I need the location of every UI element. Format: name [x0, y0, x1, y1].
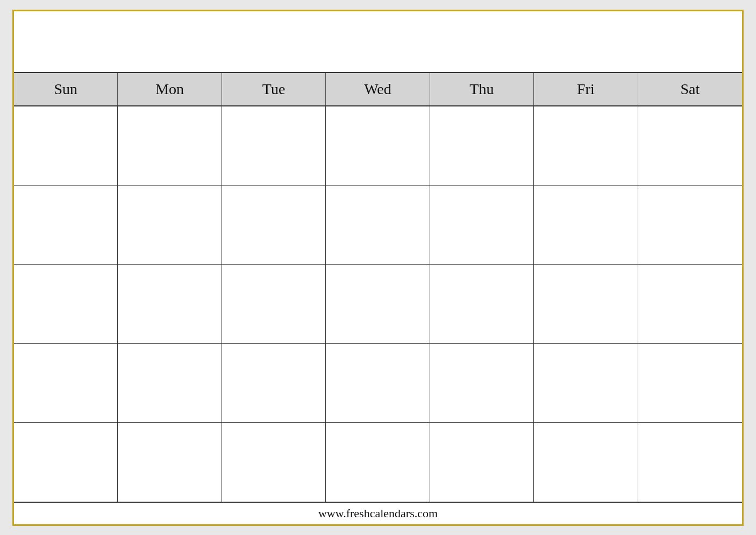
cell-3-sat[interactable]	[638, 265, 742, 343]
cell-4-sun[interactable]	[14, 344, 118, 422]
calendar-rows	[14, 106, 742, 502]
cell-2-sat[interactable]	[638, 186, 742, 264]
day-header-sat: Sat	[638, 73, 742, 105]
cell-3-fri[interactable]	[534, 265, 638, 343]
day-header-wed: Wed	[326, 73, 430, 105]
cell-1-mon[interactable]	[118, 106, 222, 185]
cell-5-wed[interactable]	[326, 423, 430, 501]
calendar-row-5	[14, 423, 742, 501]
cell-2-thu[interactable]	[430, 186, 534, 264]
calendar-row-1	[14, 106, 742, 186]
cell-1-fri[interactable]	[534, 106, 638, 185]
cell-3-mon[interactable]	[118, 265, 222, 343]
day-header-sun: Sun	[14, 73, 118, 105]
cell-5-fri[interactable]	[534, 423, 638, 501]
cell-1-thu[interactable]	[430, 106, 534, 185]
day-header-thu: Thu	[430, 73, 534, 105]
footer-website: www.freshcalendars.com	[318, 507, 438, 520]
cell-4-thu[interactable]	[430, 344, 534, 422]
calendar-footer: www.freshcalendars.com	[14, 502, 742, 524]
cell-2-fri[interactable]	[534, 186, 638, 264]
cell-2-mon[interactable]	[118, 186, 222, 264]
cell-1-wed[interactable]	[326, 106, 430, 185]
cell-3-wed[interactable]	[326, 265, 430, 343]
cell-5-tue[interactable]	[222, 423, 326, 501]
cell-5-sun[interactable]	[14, 423, 118, 501]
cell-1-tue[interactable]	[222, 106, 326, 185]
cell-1-sun[interactable]	[14, 106, 118, 185]
cell-3-thu[interactable]	[430, 265, 534, 343]
cell-2-wed[interactable]	[326, 186, 430, 264]
cell-2-tue[interactable]	[222, 186, 326, 264]
calendar-row-4	[14, 344, 742, 423]
calendar-header	[14, 11, 742, 73]
calendar: Sun Mon Tue Wed Thu Fri Sat	[12, 10, 744, 526]
cell-5-mon[interactable]	[118, 423, 222, 501]
cell-4-sat[interactable]	[638, 344, 742, 422]
days-header-row: Sun Mon Tue Wed Thu Fri Sat	[14, 73, 742, 106]
cell-3-sun[interactable]	[14, 265, 118, 343]
cell-2-sun[interactable]	[14, 186, 118, 264]
calendar-row-3	[14, 265, 742, 344]
calendar-row-2	[14, 186, 742, 265]
cell-5-sat[interactable]	[638, 423, 742, 501]
day-header-fri: Fri	[534, 73, 638, 105]
cell-4-tue[interactable]	[222, 344, 326, 422]
cell-5-thu[interactable]	[430, 423, 534, 501]
day-header-tue: Tue	[222, 73, 326, 105]
cell-1-sat[interactable]	[638, 106, 742, 185]
cell-4-mon[interactable]	[118, 344, 222, 422]
cell-4-wed[interactable]	[326, 344, 430, 422]
calendar-grid: Sun Mon Tue Wed Thu Fri Sat	[14, 73, 742, 502]
day-header-mon: Mon	[118, 73, 222, 105]
cell-3-tue[interactable]	[222, 265, 326, 343]
cell-4-fri[interactable]	[534, 344, 638, 422]
